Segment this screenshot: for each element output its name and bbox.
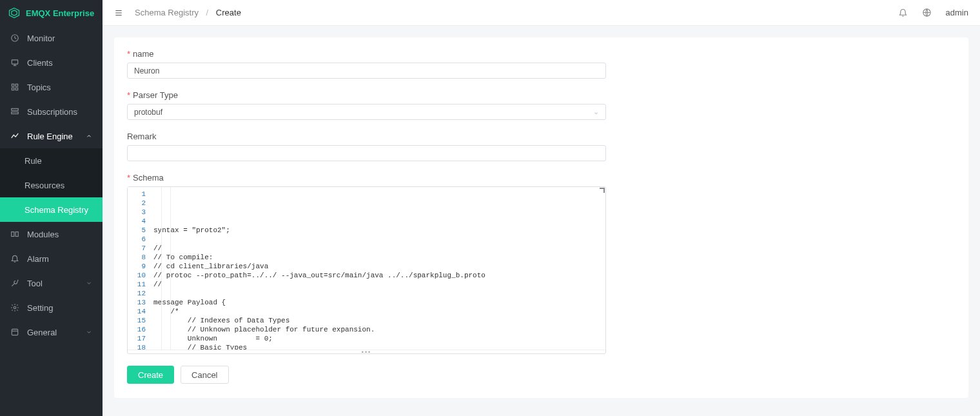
sidebar-item-alarm[interactable]: Alarm xyxy=(0,246,103,271)
sidebar-item-schema-registry[interactable]: Schema Registry xyxy=(0,197,103,222)
subscriptions-icon xyxy=(10,107,19,116)
breadcrumb: Schema Registry / Create xyxy=(135,8,241,17)
create-button[interactable]: Create xyxy=(127,366,174,384)
svg-rect-8 xyxy=(12,108,19,110)
clients-icon xyxy=(10,58,19,67)
remark-label: Remark xyxy=(127,132,956,141)
parser-type-select[interactable]: protobuf ⌄ xyxy=(127,104,606,120)
sidebar-item-topics[interactable]: Topics xyxy=(0,75,103,99)
sidebar-item-label: Modules xyxy=(27,230,59,239)
chevron-down-icon xyxy=(86,329,92,335)
schema-editor[interactable]: 123456789101112131415161718 syntax = "pr… xyxy=(127,186,606,354)
svg-rect-9 xyxy=(12,112,19,114)
svg-rect-6 xyxy=(12,88,14,90)
user-label[interactable]: admin xyxy=(946,8,968,17)
tool-icon xyxy=(10,279,19,288)
monitor-icon xyxy=(10,34,19,43)
sidebar-item-label: Setting xyxy=(27,303,53,313)
sidebar-item-setting[interactable]: Setting xyxy=(0,295,103,320)
sidebar: EMQX Enterprise Monitor Clients Topics S… xyxy=(0,0,103,416)
chevron-down-icon xyxy=(86,280,92,286)
brand-icon xyxy=(8,6,21,19)
notification-icon[interactable] xyxy=(898,8,908,17)
sidebar-item-label: Alarm xyxy=(27,254,49,264)
sidebar-item-label: Tool xyxy=(27,279,43,288)
svg-point-12 xyxy=(14,306,16,309)
name-input[interactable] xyxy=(127,63,606,79)
sidebar-item-label: Rule xyxy=(24,156,42,166)
chevron-down-icon: ⌄ xyxy=(593,108,599,116)
sidebar-item-rule-engine[interactable]: Rule Engine xyxy=(0,124,103,148)
sidebar-item-monitor[interactable]: Monitor xyxy=(0,26,103,50)
svg-marker-0 xyxy=(10,8,19,18)
sidebar-item-rule[interactable]: Rule xyxy=(0,148,103,173)
sidebar-item-label: Monitor xyxy=(27,34,55,43)
alarm-icon xyxy=(10,254,19,263)
brand-text: EMQX Enterprise xyxy=(26,8,94,18)
sidebar-item-label: Resources xyxy=(24,181,64,190)
sidebar-item-clients[interactable]: Clients xyxy=(0,50,103,75)
editor-gutter: 123456789101112131415161718 xyxy=(128,187,150,350)
chevron-up-icon xyxy=(86,133,92,139)
svg-rect-11 xyxy=(15,232,18,237)
breadcrumb-separator: / xyxy=(206,8,209,17)
form-card: *name *Parser Type protobuf ⌄ Remark *Sc… xyxy=(114,37,968,398)
svg-rect-5 xyxy=(15,84,18,86)
svg-marker-1 xyxy=(12,10,17,15)
gear-icon xyxy=(10,303,19,312)
sidebar-item-tool[interactable]: Tool xyxy=(0,271,103,295)
svg-rect-10 xyxy=(12,232,14,237)
sidebar-item-resources[interactable]: Resources xyxy=(0,173,103,197)
parser-type-value: protobuf xyxy=(134,108,162,117)
sidebar-item-label: Schema Registry xyxy=(24,205,88,215)
sidebar-item-label: Clients xyxy=(27,58,53,68)
sidebar-item-label: General xyxy=(27,328,57,337)
sidebar-item-label: Subscriptions xyxy=(27,107,77,117)
modules-icon xyxy=(10,230,19,239)
breadcrumb-parent[interactable]: Schema Registry xyxy=(135,8,199,17)
name-label: *name xyxy=(127,49,956,59)
sidebar-item-modules[interactable]: Modules xyxy=(0,222,103,246)
rule-engine-icon xyxy=(10,132,19,141)
nav: Monitor Clients Topics Subscriptions Rul… xyxy=(0,26,103,416)
globe-icon[interactable] xyxy=(922,8,932,17)
brand-logo: EMQX Enterprise xyxy=(0,0,103,26)
sidebar-item-general[interactable]: General xyxy=(0,320,103,344)
svg-rect-7 xyxy=(15,88,18,90)
svg-rect-13 xyxy=(12,329,17,335)
editor-resize-handle[interactable]: ••• xyxy=(128,350,605,353)
svg-rect-3 xyxy=(12,60,17,64)
schema-label: *Schema xyxy=(127,173,956,183)
sidebar-item-label: Rule Engine xyxy=(27,132,73,141)
remark-input[interactable] xyxy=(127,145,606,161)
breadcrumb-current: Create xyxy=(216,8,241,17)
sidebar-item-label: Topics xyxy=(27,83,51,92)
topics-icon xyxy=(10,83,19,92)
svg-rect-4 xyxy=(12,84,14,86)
cancel-button[interactable]: Cancel xyxy=(181,366,228,384)
header: Schema Registry / Create admin xyxy=(103,0,980,26)
editor-code[interactable]: syntax = "proto2";//// To compile:// cd … xyxy=(150,187,605,350)
general-icon xyxy=(10,328,19,337)
parser-type-label: *Parser Type xyxy=(127,90,956,100)
menu-toggle-icon[interactable] xyxy=(114,8,123,17)
sidebar-item-subscriptions[interactable]: Subscriptions xyxy=(0,99,103,124)
